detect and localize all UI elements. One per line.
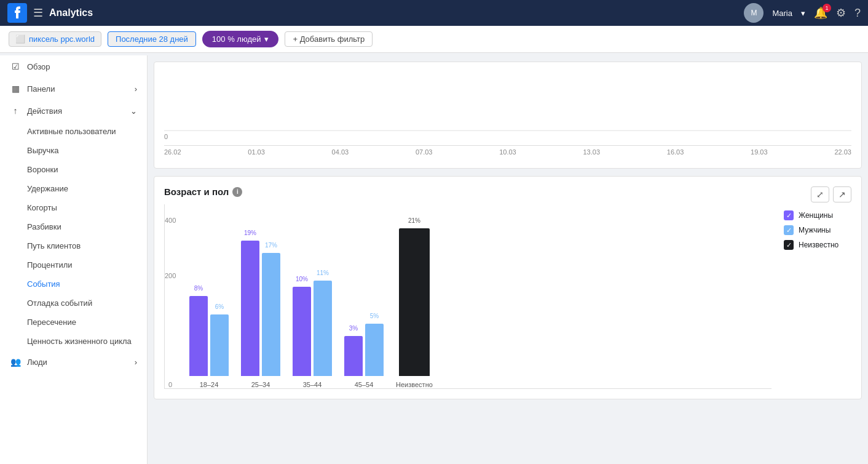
bar-group-25-34: 19% 17% 25–34 — [241, 241, 280, 388]
filter-bar: ⬜ пиксель ppc.world Последние 28 дней 10… — [0, 26, 868, 53]
settings-icon[interactable]: ⚙ — [836, 6, 846, 20]
bar-label-45-54-f: 3% — [349, 325, 358, 332]
bar-18-24-male — [210, 314, 229, 376]
legend-check-unknown: ✓ — [786, 241, 792, 249]
legend-item-male: ✓ Мужчины — [784, 225, 839, 235]
line-chart-section: 0 26.02 01.03 04.03 07.03 10.03 13.03 16… — [154, 62, 862, 169]
sidebar-item-events[interactable]: События — [0, 274, 147, 294]
user-chevron[interactable]: ▾ — [801, 9, 805, 18]
bar-label-18-24-f: 8% — [194, 285, 203, 292]
sidebar-item-active-users[interactable]: Активные пользователи — [0, 122, 147, 141]
funnels-label: Воронки — [27, 165, 58, 174]
bar-group-label-18-24: 18–24 — [200, 381, 219, 388]
age-gender-chart-section: Возраст и пол i ⤢ ↗ 400 200 0 — [154, 176, 862, 399]
dropdown-chevron: ▾ — [264, 34, 269, 44]
bar-label-35-44-m: 11% — [317, 270, 329, 276]
share-button[interactable]: ↗ — [833, 186, 851, 202]
bar-group-label-35-44: 35–44 — [303, 381, 322, 388]
hamburger-icon[interactable]: ☰ — [33, 6, 43, 20]
help-icon[interactable]: ? — [854, 7, 861, 20]
line-y-label: 0 — [164, 133, 168, 140]
expand-button[interactable]: ⤢ — [811, 186, 829, 202]
legend-label-female: Женщины — [799, 211, 833, 220]
bar-group-bars-25-34: 19% 17% — [241, 241, 280, 376]
legend-check-male: ✓ — [786, 226, 792, 234]
bar-chart-row: 400 200 0 8% 6% — [164, 204, 851, 389]
panels-icon: ▦ — [10, 84, 21, 94]
user-name: Maria — [772, 9, 792, 18]
revenue-label: Выручка — [27, 146, 59, 155]
line-chart-x-axis: 26.02 01.03 04.03 07.03 10.03 13.03 16.0… — [164, 146, 851, 158]
cohorts-label: Когорты — [27, 203, 57, 212]
overview-icon: ☑ — [10, 62, 21, 71]
y-label-0: 0 — [168, 381, 172, 388]
legend-item-female: ✓ Женщины — [784, 210, 839, 220]
legend-check-female: ✓ — [786, 212, 792, 220]
bar-45-54-male — [365, 324, 384, 376]
sidebar-label-people: Люди — [27, 358, 47, 367]
notification-icon[interactable]: 🔔 1 — [814, 6, 827, 20]
sidebar-item-retention[interactable]: Удержание — [0, 179, 147, 198]
bar-label-25-34-f: 19% — [244, 230, 256, 236]
sidebar-item-actions[interactable]: ↑ Действия ⌄ — [0, 100, 147, 122]
top-navigation: ☰ Analytics M Maria ▾ 🔔 1 ⚙ ? — [0, 0, 868, 26]
avatar[interactable]: M — [744, 3, 763, 23]
y-label-400: 400 — [165, 217, 176, 224]
sidebar-item-ltv[interactable]: Ценность жизненного цикла — [0, 332, 147, 351]
people-filter[interactable]: 100 % людей ▾ — [202, 31, 279, 47]
x-label-1: 26.02 — [164, 148, 181, 156]
people-icon: 👥 — [10, 357, 21, 367]
x-label-4: 07.03 — [416, 148, 433, 156]
bar-group-bars-unknown: 21% — [399, 228, 430, 376]
notification-badge: 1 — [823, 4, 831, 12]
panels-arrow: › — [135, 84, 137, 94]
sidebar-item-percentiles[interactable]: Процентили — [0, 255, 147, 274]
sidebar-item-revenue[interactable]: Выручка — [0, 141, 147, 160]
add-filter[interactable]: + Добавить фильтр — [285, 31, 373, 47]
bar-chart-area: 400 200 0 8% 6% — [164, 204, 771, 389]
sidebar-item-panels[interactable]: ▦ Панели › — [0, 78, 147, 100]
sidebar-item-funnels[interactable]: Воронки — [0, 160, 147, 179]
x-label-9: 22.03 — [834, 148, 851, 156]
chart-title-text: Возраст и пол — [164, 186, 229, 197]
sidebar-item-overlap[interactable]: Пересечение — [0, 313, 147, 332]
line-chart-svg — [164, 72, 851, 145]
people-label: 100 % людей — [212, 34, 261, 44]
main-content: 0 26.02 01.03 04.03 07.03 10.03 13.03 16… — [148, 55, 868, 464]
retention-label: Удержание — [27, 184, 68, 193]
sidebar-item-cohorts[interactable]: Когорты — [0, 198, 147, 217]
overlap-label: Пересечение — [27, 318, 76, 327]
bar-35-44-male — [314, 281, 332, 376]
main-layout: ☑ Обзор ▦ Панели › ↑ Действия ⌄ Активные… — [0, 55, 868, 464]
sidebar: ☑ Обзор ▦ Панели › ↑ Действия ⌄ Активные… — [0, 55, 148, 464]
people-arrow: › — [135, 358, 137, 367]
legend-label-unknown: Неизвестно — [799, 241, 838, 249]
legend-checkbox-unknown[interactable]: ✓ — [784, 240, 794, 250]
sidebar-item-debug-events[interactable]: Отладка событий — [0, 294, 147, 313]
legend-item-unknown: ✓ Неизвестно — [784, 240, 839, 250]
bar-label-45-54-m: 5% — [370, 313, 379, 319]
sidebar-label-actions: Действия — [27, 106, 62, 116]
bar-45-54-female — [344, 336, 363, 376]
sidebar-item-breakdowns[interactable]: Разбивки — [0, 217, 147, 236]
pixel-filter[interactable]: ⬜ пиксель ppc.world — [9, 31, 101, 47]
bar-label-35-44-f: 10% — [296, 276, 308, 282]
fb-logo — [7, 3, 27, 23]
events-label: События — [27, 279, 60, 289]
sidebar-item-customer-journey[interactable]: Путь клиентов — [0, 236, 147, 255]
bar-label-unknown: 21% — [408, 217, 420, 224]
legend-label-male: Мужчины — [799, 226, 831, 234]
bar-unknown — [399, 228, 430, 376]
info-icon[interactable]: i — [232, 187, 242, 197]
bar-group-bars-18-24: 8% 6% — [189, 296, 229, 376]
x-label-5: 10.03 — [499, 148, 516, 156]
bar-group-45-54: 3% 5% 45–54 — [344, 324, 384, 388]
sidebar-item-overview[interactable]: ☑ Обзор — [0, 55, 147, 78]
date-filter[interactable]: Последние 28 дней — [108, 31, 196, 47]
sidebar-item-people[interactable]: 👥 Люди › — [0, 351, 147, 373]
bar-group-bars-35-44: 10% 11% — [293, 281, 332, 376]
legend-checkbox-female[interactable]: ✓ — [784, 210, 794, 220]
legend-checkbox-male[interactable]: ✓ — [784, 225, 794, 235]
actions-icon: ↑ — [10, 106, 21, 116]
sidebar-label-overview: Обзор — [27, 62, 50, 71]
